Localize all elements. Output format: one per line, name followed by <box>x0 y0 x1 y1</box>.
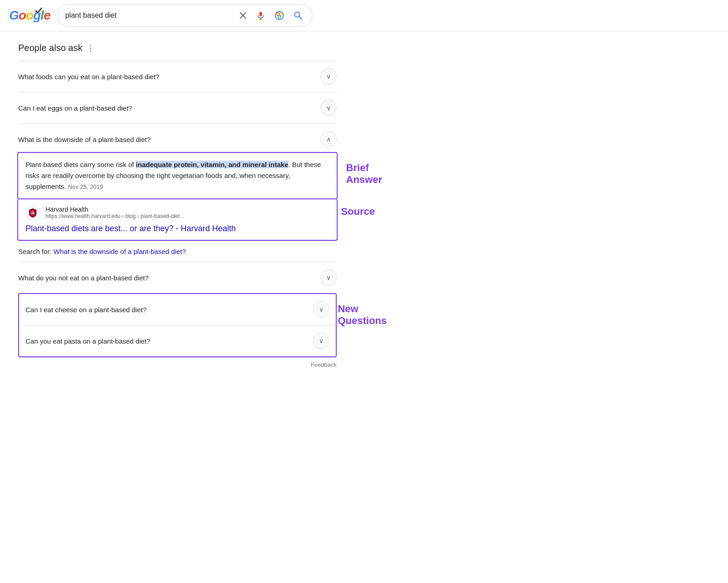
search-for-prefix: Search for: <box>18 248 54 255</box>
search-icon <box>293 11 303 20</box>
faq-item[interactable]: Can you eat pasta on a plant-based diet? <box>19 325 336 356</box>
faq-question: Can you eat pasta on a plant-based diet? <box>25 337 150 345</box>
svg-text:TAS: TAS <box>31 212 35 214</box>
logo-o1: o <box>19 8 26 23</box>
chevron-down-icon <box>319 306 324 313</box>
new-questions-container: NewQuestions Can I eat cheese on a plant… <box>18 293 337 357</box>
faq-row: What is the downside of a plant-based di… <box>18 131 337 152</box>
clear-search-button[interactable] <box>237 10 249 21</box>
search-input[interactable] <box>65 11 233 20</box>
search-for-row: Search for: What is the downside of a pl… <box>18 241 337 262</box>
chevron-down-icon <box>326 73 331 80</box>
svg-point-6 <box>277 13 279 15</box>
main-content: People also ask ⋮ What foods can you eat… <box>0 31 355 381</box>
logo-g: G <box>9 8 19 23</box>
more-options-icon[interactable]: ⋮ <box>86 42 96 53</box>
chevron-down-icon <box>326 274 331 281</box>
microphone-icon <box>256 11 265 20</box>
expand-button[interactable] <box>320 269 337 286</box>
answer-text-before: Plant-based diets carry some risk of <box>25 161 136 168</box>
source-favicon: VE RI TAS <box>25 206 40 220</box>
expand-button[interactable] <box>320 100 337 116</box>
faq-list: What foods can you eat on a plant-based … <box>18 61 337 370</box>
paa-header: People also ask ⋮ <box>18 42 337 53</box>
google-logo[interactable]: Goo g le <box>9 8 50 23</box>
brief-answer-box: Plant-based diets carry some risk of ina… <box>17 152 338 199</box>
source-label: Source <box>341 206 375 218</box>
checkmark-icon <box>35 6 43 15</box>
search-bar <box>57 5 312 26</box>
search-icon-group <box>237 9 304 22</box>
lens-search-button[interactable] <box>273 9 286 22</box>
source-url: https://www.health.harvard.edu › blog › … <box>46 213 184 219</box>
source-name: Harvard Health <box>46 206 184 213</box>
harvard-shield-icon: VE RI TAS <box>27 208 38 218</box>
logo-o2: o <box>26 8 33 23</box>
faq-item[interactable]: Can I eat eggs on a plant-based diet? <box>18 92 337 124</box>
expand-button[interactable] <box>313 301 329 318</box>
source-link[interactable]: Plant-based diets are best... or are the… <box>25 224 329 233</box>
chevron-up-icon <box>326 136 331 143</box>
source-box: Source VE RI TAS Harvard H <box>17 199 338 241</box>
google-search-button[interactable] <box>292 9 304 22</box>
expand-button[interactable] <box>313 333 329 349</box>
faq-question: Can I eat cheese on a plant-based diet? <box>25 306 147 314</box>
faq-question: What is the downside of a plant-based di… <box>18 136 151 143</box>
answer-highlight: inadequate protein, vitamin, and mineral… <box>136 161 288 168</box>
feedback-link[interactable]: Feedback <box>311 361 337 368</box>
faq-item[interactable]: Can I eat cheese on a plant-based diet? <box>19 294 336 325</box>
source-meta: Harvard Health https://www.health.harvar… <box>46 206 184 219</box>
new-questions-label: NewQuestions <box>338 303 387 327</box>
logo-e: e <box>44 8 51 23</box>
lens-icon <box>274 10 284 20</box>
faq-question: What do you not eat on a plant-based die… <box>18 274 149 282</box>
feedback-row: Feedback <box>18 357 337 370</box>
svg-point-7 <box>279 13 282 15</box>
close-icon <box>239 11 247 20</box>
svg-line-10 <box>299 16 302 19</box>
chevron-down-icon <box>326 104 331 112</box>
svg-rect-2 <box>259 12 262 16</box>
collapse-button[interactable] <box>320 131 337 147</box>
faq-item-expanded[interactable]: What is the downside of a plant-based di… <box>18 124 337 241</box>
logo-g-check: g <box>33 8 40 23</box>
faq-question: Can I eat eggs on a plant-based diet? <box>18 104 132 112</box>
new-questions-box: NewQuestions Can I eat cheese on a plant… <box>18 293 337 357</box>
answer-date: Nov 25, 2019 <box>68 183 103 190</box>
search-for-link[interactable]: What is the downside of a plant-based di… <box>54 248 186 255</box>
faq-question: What foods can you eat on a plant-based … <box>18 73 159 81</box>
brief-answer-container: Plant-based diets carry some risk of ina… <box>18 152 337 241</box>
expand-button[interactable] <box>320 68 337 85</box>
header: Goo g le <box>0 0 728 31</box>
brief-answer-label: BriefAnswer <box>346 162 382 186</box>
source-info: VE RI TAS Harvard Health https://www.hea… <box>25 206 329 220</box>
faq-item[interactable]: What foods can you eat on a plant-based … <box>18 61 337 92</box>
voice-search-button[interactable] <box>254 9 267 22</box>
paa-title: People also ask <box>18 43 82 53</box>
answer-text: Plant-based diets carry some risk of ina… <box>25 159 329 192</box>
chevron-down-icon <box>319 337 324 345</box>
faq-item[interactable]: What do you not eat on a plant-based die… <box>18 262 337 294</box>
svg-point-8 <box>278 15 281 18</box>
